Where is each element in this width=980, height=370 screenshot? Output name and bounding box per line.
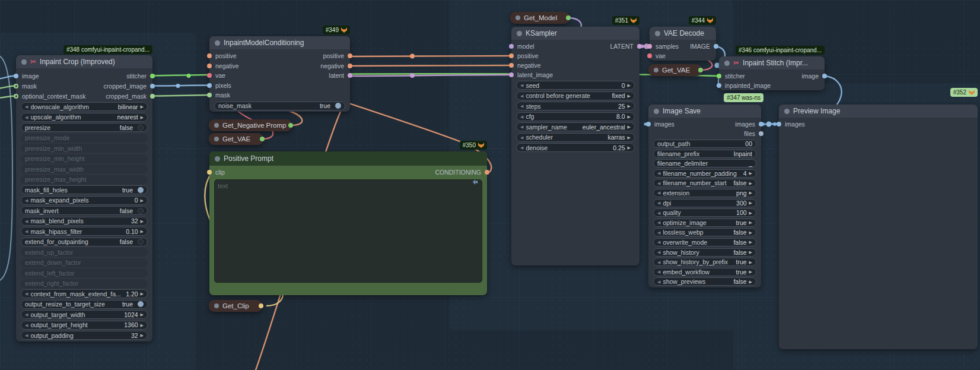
get_negative_prompt-output-port[interactable] — [288, 123, 293, 128]
mask_invert-widget[interactable]: mask_invertfalse — [21, 206, 148, 215]
steps-widget[interactable]: ◀steps25▶ — [516, 102, 635, 110]
decrement-arrow[interactable]: ◀ — [657, 250, 660, 254]
decrement-arrow[interactable]: ◀ — [657, 240, 660, 244]
increment-arrow[interactable]: ▶ — [749, 171, 752, 175]
mask-input-port[interactable] — [207, 93, 212, 97]
output_resize_to_target_size-widget[interactable]: output_resize_to_target_sizetrue — [21, 300, 148, 309]
inpainted_image-input-port[interactable] — [717, 83, 721, 88]
get_vae_right-output-port[interactable] — [698, 68, 703, 72]
decrement-arrow[interactable]: ◀ — [657, 171, 660, 175]
increment-arrow[interactable]: ▶ — [628, 104, 631, 108]
decrement-arrow[interactable]: ◀ — [25, 323, 28, 327]
decrement-arrow[interactable]: ◀ — [25, 198, 28, 203]
inpaint_model_conditioning-node[interactable]: #349InpaintModelConditioningpositiveposi… — [209, 36, 350, 112]
increment-arrow[interactable]: ▶ — [749, 240, 752, 244]
show_history-widget[interactable]: ◀show_historyfalse▶ — [653, 248, 756, 257]
decrement-arrow[interactable]: ◀ — [520, 104, 523, 108]
decrement-arrow[interactable]: ◀ — [25, 292, 28, 296]
filename_number_padding-widget[interactable]: ◀filename_number_padding4▶ — [653, 169, 756, 178]
increment-arrow[interactable]: ▶ — [628, 135, 631, 140]
toggle[interactable] — [138, 125, 144, 131]
images-input-port[interactable] — [777, 122, 781, 127]
toggle[interactable] — [335, 103, 341, 109]
reroute-dot[interactable] — [187, 74, 191, 78]
decrement-arrow[interactable]: ◀ — [25, 229, 28, 233]
get_model-output-port[interactable] — [566, 15, 571, 20]
reroute-dot[interactable] — [410, 54, 415, 59]
positive-input-port[interactable] — [509, 53, 514, 58]
increment-arrow[interactable]: ▶ — [141, 333, 144, 337]
output_padding-widget[interactable]: ◀output_padding32▶ — [21, 331, 148, 340]
decrement-arrow[interactable]: ◀ — [657, 191, 660, 195]
increment-arrow[interactable]: ▶ — [749, 220, 752, 224]
vae-input-port[interactable] — [647, 53, 652, 58]
decrement-arrow[interactable]: ◀ — [657, 260, 660, 264]
decrement-arrow[interactable]: ◀ — [657, 201, 660, 205]
positive_prompt-node[interactable]: #350Positive PromptclipCONDITIONING — [209, 151, 487, 295]
increment-arrow[interactable]: ▶ — [141, 198, 144, 203]
downscale_algorithm-widget[interactable]: ◀downscale_algorithmbilinear▶ — [21, 102, 148, 111]
image_save-node[interactable]: #347 was-nsImage Saveimagesimagesfilesou… — [648, 105, 761, 287]
inpaint_stitch-node[interactable]: #346 comfyui-inpaint-cropand...✂Inpaint … — [719, 56, 825, 90]
cfg-widget[interactable]: ◀cfg8.0▶ — [516, 112, 635, 121]
decrement-arrow[interactable]: ◀ — [657, 220, 660, 224]
toggle[interactable] — [138, 187, 144, 193]
reroute-dot[interactable] — [766, 122, 772, 127]
context_from_mask_extend_fa...-widget[interactable]: ◀context_from_mask_extend_fa...1.20▶ — [21, 289, 148, 298]
clip-input-port[interactable] — [207, 170, 212, 175]
decrement-arrow[interactable]: ◀ — [520, 125, 523, 129]
decrement-arrow[interactable]: ◀ — [520, 115, 523, 119]
collapse-dot[interactable] — [654, 68, 658, 72]
increment-arrow[interactable]: ▶ — [749, 191, 752, 195]
graph-canvas[interactable]: #348 comfyui-inpaint-cropand...✂Inpaint … — [0, 0, 980, 370]
ksampler-node[interactable]: #351KSamplermodelLATENTpositivenegativel… — [511, 27, 639, 265]
output_target_width-widget[interactable]: ◀output_target_width1024▶ — [21, 310, 148, 319]
pixels-input-port[interactable] — [207, 83, 212, 88]
increment-arrow[interactable]: ▶ — [749, 230, 752, 235]
cropped_image-output-port[interactable] — [150, 84, 155, 88]
decrement-arrow[interactable]: ◀ — [25, 312, 28, 317]
show_history_by_prefix-widget[interactable]: ◀show_history_by_prefixtrue▶ — [653, 258, 756, 266]
collapse-dot[interactable] — [215, 40, 220, 46]
node-header[interactable]: ✂Inpaint Crop (Improved) — [16, 55, 152, 68]
filename_delimiter-widget[interactable]: filename_delimiter_ — [653, 159, 756, 167]
collapse-dot[interactable] — [655, 31, 660, 36]
mask_expand_pixels-widget[interactable]: ◀mask_expand_pixels0▶ — [21, 196, 148, 205]
stitcher-output-port[interactable] — [150, 74, 155, 78]
collapse-dot[interactable] — [516, 15, 520, 20]
collapse-dot[interactable] — [517, 31, 522, 36]
decrement-arrow[interactable]: ◀ — [520, 94, 523, 98]
collapse-dot[interactable] — [654, 109, 659, 114]
increment-arrow[interactable]: ▶ — [749, 250, 752, 254]
sampler_name-widget[interactable]: ◀sampler_nameeuler_ancestral▶ — [516, 122, 635, 131]
seed-widget[interactable]: ◀seed0▶ — [516, 81, 635, 90]
mask-input-port[interactable] — [14, 84, 18, 88]
increment-arrow[interactable]: ▶ — [628, 83, 631, 87]
reroute-dot[interactable] — [410, 73, 415, 78]
quality-widget[interactable]: ◀quality100▶ — [653, 208, 756, 217]
samples-input-port[interactable] — [647, 44, 652, 49]
increment-arrow[interactable]: ▶ — [141, 115, 144, 119]
prompt-textarea[interactable] — [214, 179, 482, 283]
increment-arrow[interactable]: ▶ — [749, 260, 752, 264]
upscale_algorithm-widget[interactable]: ◀upscale_algorithmnearest▶ — [21, 113, 148, 122]
node-header[interactable]: KSampler — [511, 27, 639, 40]
image-input-port[interactable] — [14, 74, 18, 78]
get_vae_left-node[interactable]: Get_VAE — [209, 133, 263, 145]
increment-arrow[interactable]: ▶ — [749, 211, 752, 215]
optimize_image-widget[interactable]: ◀optimize_imagetrue▶ — [653, 219, 756, 227]
get_negative_prompt-node[interactable]: Get_Negative Prompt — [209, 119, 292, 131]
mask_fill_holes-widget[interactable]: mask_fill_holestrue — [21, 185, 148, 194]
extend_for_outpainting-widget[interactable]: extend_for_outpaintingfalse — [21, 238, 148, 246]
mask_blend_pixels-widget[interactable]: ◀mask_blend_pixels32▶ — [21, 217, 148, 226]
collapse-dot[interactable] — [724, 61, 730, 66]
mask_hipass_filter-widget[interactable]: ◀mask_hipass_filter0.10▶ — [21, 227, 148, 236]
increment-arrow[interactable]: ▶ — [141, 292, 144, 296]
increment-arrow[interactable]: ▶ — [749, 181, 752, 185]
increment-arrow[interactable]: ▶ — [628, 146, 631, 150]
toggle[interactable] — [138, 208, 144, 214]
reroute-dot[interactable] — [176, 84, 180, 88]
collapse-dot[interactable] — [214, 123, 219, 128]
collapse-dot[interactable] — [214, 137, 219, 141]
decrement-arrow[interactable]: ◀ — [657, 181, 660, 185]
